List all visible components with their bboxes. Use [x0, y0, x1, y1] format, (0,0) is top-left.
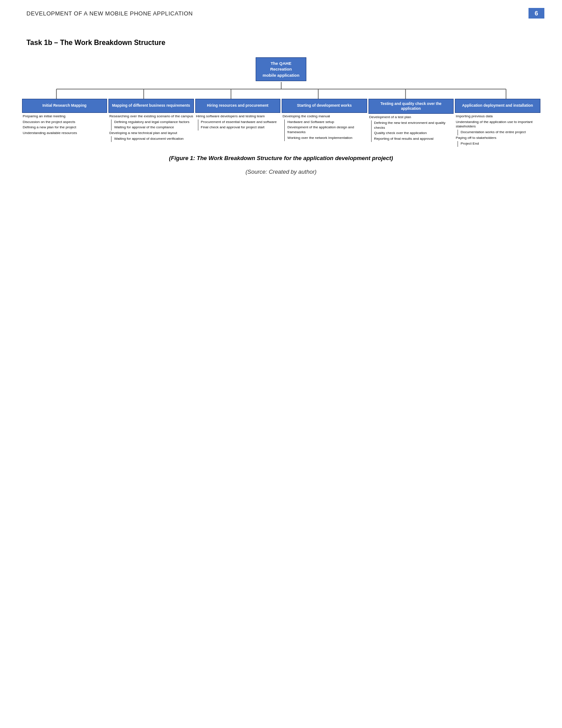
- col2-body: Researching over the existing scenario o…: [108, 113, 194, 142]
- col3-header: Hiring resources and procurement: [195, 99, 281, 113]
- col-development: Starting of development works Developing…: [282, 99, 367, 141]
- wbs-diagram: The QAHE Recreation mobile application: [17, 57, 546, 147]
- figure-caption: (Figure 1: The Work Breakdown Structure …: [18, 155, 544, 161]
- col6-body: Importing previous data Understanding of…: [455, 113, 540, 147]
- col-initial-research: Initial Research Mapping Preparing an in…: [22, 99, 108, 136]
- col-hiring: Hiring resources and procurement Hiring …: [195, 99, 281, 131]
- source-text: (Source: Created by author): [18, 168, 544, 175]
- list-item: Developing a new technical plan and layo…: [108, 131, 194, 136]
- list-item: Waiting for approval of document verific…: [113, 136, 194, 142]
- col6-header: Application deployment and installation: [455, 99, 540, 113]
- col-deployment: Application deployment and installation …: [455, 99, 540, 147]
- bracket-group: Defining the new test environment and qu…: [371, 120, 454, 142]
- list-item: Quality check over the application: [373, 131, 454, 136]
- page-header: DEVELOPMENT OF A NEW MOBILE PHONE APPLIC…: [0, 0, 562, 23]
- list-item: Working over the network Implementation: [287, 135, 367, 141]
- list-item: Development of a test plan: [368, 115, 454, 120]
- list-item: Project End: [460, 141, 540, 147]
- list-item: Preparing an initial meeting: [22, 114, 108, 119]
- col1-header: Initial Research Mapping: [22, 99, 108, 113]
- wbs-columns: Initial Research Mapping Preparing an in…: [21, 99, 541, 147]
- col1-body: Preparing an initial meeting Discussion …: [22, 113, 108, 136]
- section-title: Task 1b – The Work Breakdown Structure: [26, 39, 536, 47]
- wbs-root-node: The QAHE Recreation mobile application: [21, 57, 541, 81]
- root-connector-svg: [21, 82, 541, 99]
- list-item: Understanding of the application use to …: [455, 119, 540, 130]
- col2-header: Mapping of different business requiremen…: [108, 99, 194, 113]
- col-testing: Testing and quality check over the appli…: [368, 99, 454, 142]
- list-item: Understanding available resources: [22, 131, 108, 136]
- list-item: Hiring software developers and testing t…: [195, 114, 281, 119]
- bracket-group: Defining regulatory and legal compliance…: [111, 119, 194, 131]
- root-box: The QAHE Recreation mobile application: [256, 57, 306, 81]
- list-item: Reporting of final results and approval: [373, 136, 454, 142]
- list-item: Discussion on the project aspects: [22, 119, 108, 125]
- list-item: Defining a new plan for the project: [22, 125, 108, 131]
- page-number: 6: [529, 8, 544, 19]
- list-item: Procurement of essential hardware and so…: [200, 119, 281, 125]
- list-item: Researching over the existing scenario o…: [108, 114, 194, 119]
- list-item: Waiting for approval of the compliance: [113, 125, 194, 131]
- list-item: Documentation works of the entire projec…: [460, 130, 540, 135]
- list-item: Final check and approval for project sta…: [200, 125, 281, 131]
- list-item: Paying off to stakeholders: [455, 135, 540, 141]
- col-mapping: Mapping of different business requiremen…: [108, 99, 194, 142]
- col4-header: Starting of development works: [282, 99, 367, 113]
- bracket-group: Project End: [458, 141, 540, 147]
- document-title: DEVELOPMENT OF A NEW MOBILE PHONE APPLIC…: [26, 10, 193, 17]
- list-item: Defining regulatory and legal compliance…: [113, 119, 194, 125]
- bracket-group: Hardware and Software setup Development …: [284, 119, 367, 141]
- list-item: Developing the coding manual: [282, 114, 367, 119]
- list-item: Hardware and Software setup: [287, 119, 367, 125]
- list-item: Importing previous data: [455, 114, 540, 119]
- col4-body: Developing the coding manual Hardware an…: [282, 113, 367, 141]
- bracket-group: Documentation works of the entire projec…: [458, 130, 540, 135]
- list-item: Defining the new test environment and qu…: [373, 120, 454, 131]
- col5-body: Development of a test plan Defining the …: [368, 114, 454, 142]
- bracket-group: Waiting for approval of document verific…: [111, 136, 194, 142]
- list-item: Development of the application design an…: [287, 125, 367, 135]
- bracket-group: Procurement of essential hardware and so…: [198, 119, 281, 131]
- col3-body: Hiring software developers and testing t…: [195, 113, 281, 131]
- col5-header: Testing and quality check over the appli…: [368, 99, 454, 114]
